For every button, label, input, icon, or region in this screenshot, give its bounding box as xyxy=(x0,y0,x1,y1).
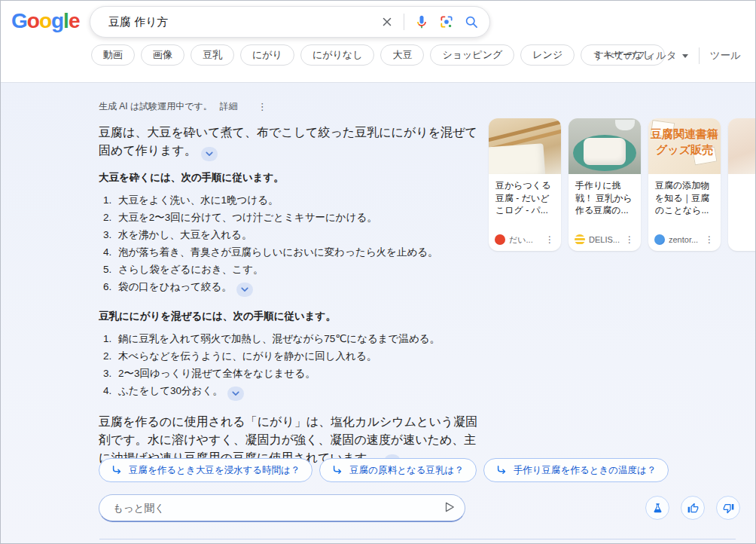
ask-more-input[interactable] xyxy=(99,494,465,522)
ai-answer-column: 生成 AI は試験運用中です。 詳細 ⋮ 豆腐は、大豆を砕いて煮て、布でこして絞… xyxy=(99,95,481,469)
followup-arrow-icon xyxy=(496,465,507,475)
tofu-books-promo-image: 豆腐関連書籍 グッズ販売 xyxy=(648,118,721,174)
source-favicon xyxy=(654,234,665,245)
step-item: さらし袋をざるにおき、こす。 xyxy=(99,261,481,278)
google-sge-results-page: Google 豆腐 作り方 xyxy=(0,0,756,544)
followup-arrow-icon xyxy=(111,465,122,475)
source-favicon xyxy=(495,234,505,245)
filter-chip-shopping[interactable]: ショッピング xyxy=(430,44,514,66)
all-filters-label: すべてのフィルタ xyxy=(593,49,677,63)
feedback-buttons xyxy=(645,496,740,520)
card-title: 豆からつくる豆腐 - だいどこログ - パ... xyxy=(489,174,561,217)
source-name: だい... xyxy=(509,234,545,246)
all-filters-dropdown[interactable]: すべてのフィルタ xyxy=(593,49,688,63)
filter-chip-soybean[interactable]: 大豆 xyxy=(380,44,424,66)
filter-chips-row: 動画 画像 豆乳 にがり にがりなし 大豆 ショッピング レンジ ミキサーなし xyxy=(91,44,665,66)
logo-letter: e xyxy=(69,9,80,33)
filter-chip-microwave[interactable]: レンジ xyxy=(520,44,575,66)
ai-intro-text: 豆腐は、大豆を砕いて煮て、布でこして絞った豆乳ににがりを混ぜて固めて作ります。 xyxy=(99,126,477,157)
clear-search-icon[interactable] xyxy=(380,15,394,29)
step-item: 大豆をよく洗い、水に1晩つける。 xyxy=(99,191,481,209)
card-title: 豆腐の添加物を知る｜豆腐のことなら... xyxy=(648,174,721,217)
step-item: 2〜3回ゆっくり混ぜて全体をなじませる。 xyxy=(99,365,481,382)
followup-question-2[interactable]: 豆腐の原料となる豆乳は？ xyxy=(319,458,476,482)
filter-chip-images[interactable]: 画像 xyxy=(141,44,184,66)
followup-label: 手作り豆腐を作るときの温度は？ xyxy=(514,464,657,477)
more-options-icon[interactable]: ⋮ xyxy=(258,102,268,112)
step-item: 袋の口をひねって絞る。 xyxy=(99,278,481,297)
logo-letter: o xyxy=(39,9,51,33)
source-name: DELIS... xyxy=(589,235,625,244)
section-divider xyxy=(99,539,736,539)
followup-arrow-icon xyxy=(332,465,343,475)
google-lens-icon[interactable] xyxy=(439,14,454,29)
card-more-icon[interactable]: ⋮ xyxy=(705,234,715,245)
controls-divider xyxy=(699,47,700,64)
step-item: 泡が落ち着き、青臭さが豆腐らしいにおいに変わったら火を止める。 xyxy=(99,243,481,261)
ai-section2-heading: 豆乳ににがりを混ぜるには、次の手順に従います。 xyxy=(99,310,481,323)
card-title: 手作りに挑戦！ 豆乳から作る豆腐の... xyxy=(569,174,641,217)
step-item: 水を沸かし、大豆を入れる。 xyxy=(99,226,481,243)
expand-chevron-button[interactable] xyxy=(227,387,244,401)
ask-more-row xyxy=(99,494,465,522)
logo-letter: l xyxy=(63,9,69,33)
ai-section1-steps: 大豆をよく洗い、水に1晩つける。 大豆を2〜3回に分けて、つけ汁ごとミキサーにか… xyxy=(99,191,481,297)
tools-button[interactable]: ツール xyxy=(710,49,741,63)
followup-question-1[interactable]: 豆腐を作るとき大豆を浸水する時間は？ xyxy=(99,458,312,482)
logo-letter: G xyxy=(11,9,27,33)
filter-chip-no-nigari[interactable]: にがりなし xyxy=(300,44,375,66)
experiment-flask-button[interactable] xyxy=(645,496,669,520)
thumbs-up-button[interactable] xyxy=(681,496,705,520)
card-source-row: DELIS... ⋮ xyxy=(569,228,641,251)
search-box[interactable]: 豆腐 作り方 xyxy=(90,6,490,38)
step-item: 大豆を2〜3回に分けて、つけ汁ごとミキサーにかける。 xyxy=(99,209,481,226)
search-header: Google 豆腐 作り方 xyxy=(1,1,755,82)
filter-chip-soymilk[interactable]: 豆乳 xyxy=(191,44,234,66)
search-submit-icon[interactable] xyxy=(464,14,479,29)
source-cards-row: 豆からつくる豆腐 - だいどこログ - パ... だい... ⋮ 手作りに挑戦！… xyxy=(489,118,756,251)
card-more-icon[interactable]: ⋮ xyxy=(625,234,635,245)
card-more-icon[interactable]: ⋮ xyxy=(545,234,555,245)
filter-chip-videos[interactable]: 動画 xyxy=(91,44,135,66)
followup-label: 豆腐の原料となる豆乳は？ xyxy=(349,464,463,477)
followup-questions-row: 豆腐を作るとき大豆を浸水する時間は？ 豆腐の原料となる豆乳は？ 手作り豆腐を作る… xyxy=(99,458,669,482)
search-box-icons xyxy=(380,14,479,30)
source-favicon xyxy=(575,234,585,245)
followup-label: 豆腐を作るとき大豆を浸水する時間は？ xyxy=(129,464,300,477)
source-card-3[interactable]: 豆腐関連書籍 グッズ販売 豆腐の添加物を知る｜豆腐のことなら... zentor… xyxy=(648,118,721,251)
source-card-1[interactable]: 豆からつくる豆腐 - だいどこログ - パ... だい... ⋮ xyxy=(489,118,561,251)
promo-text: 豆腐関連書籍 グッズ販売 xyxy=(648,126,721,157)
ai-outro-text: 豆腐を作るのに使用される「にがり」は、塩化カルシウムという凝固剤です。水に溶けや… xyxy=(99,415,477,464)
card-source-row: だい... ⋮ xyxy=(489,228,561,251)
search-query-text[interactable]: 豆腐 作り方 xyxy=(108,15,380,29)
expand-chevron-button[interactable] xyxy=(236,283,253,297)
ai-disclaimer-row: 生成 AI は試験運用中です。 詳細 ⋮ xyxy=(99,100,481,113)
partial-card-image xyxy=(728,118,756,174)
source-card-2[interactable]: 手作りに挑戦！ 豆乳から作る豆腐の... DELIS... ⋮ xyxy=(569,118,641,251)
logo-letter: g xyxy=(51,9,63,33)
ai-section1-heading: 大豆を砕くには、次の手順に従います。 xyxy=(99,171,481,185)
step-item: 鍋に豆乳を入れて弱火で加熱し、混ぜながら75℃になるまで温める。 xyxy=(99,330,481,347)
ai-details-link[interactable]: 詳細 xyxy=(220,100,238,113)
step-item: 木べらなどを伝うように、にがりを静かに回し入れる。 xyxy=(99,347,481,365)
ai-section2-steps: 鍋に豆乳を入れて弱火で加熱し、混ぜながら75℃になるまで温める。 木べらなどを伝… xyxy=(99,330,481,401)
google-logo[interactable]: Google xyxy=(11,9,79,33)
ai-disclaimer-text: 生成 AI は試験運用中です。 xyxy=(99,100,212,113)
logo-letter: o xyxy=(27,9,39,33)
thumbs-down-button[interactable] xyxy=(716,496,740,520)
source-name: zentor... xyxy=(669,235,705,244)
tofu-chopsticks-image xyxy=(489,118,561,174)
filter-controls: すべてのフィルタ ツール xyxy=(593,47,741,64)
dropdown-arrow-icon xyxy=(682,54,688,58)
filter-chip-nigari[interactable]: にがり xyxy=(240,44,294,66)
send-icon[interactable] xyxy=(443,500,456,516)
card-source-row: zentor... ⋮ xyxy=(648,228,721,251)
tools-label: ツール xyxy=(710,49,741,63)
source-card-4-partial[interactable] xyxy=(728,118,756,251)
voice-search-icon[interactable] xyxy=(414,14,429,29)
search-divider xyxy=(404,14,404,30)
followup-question-3[interactable]: 手作り豆腐を作るときの温度は？ xyxy=(483,458,669,482)
tofu-plate-image xyxy=(569,118,641,174)
step-item: ふたをして30分おく。 xyxy=(99,382,481,401)
expand-chevron-button[interactable] xyxy=(201,147,218,161)
